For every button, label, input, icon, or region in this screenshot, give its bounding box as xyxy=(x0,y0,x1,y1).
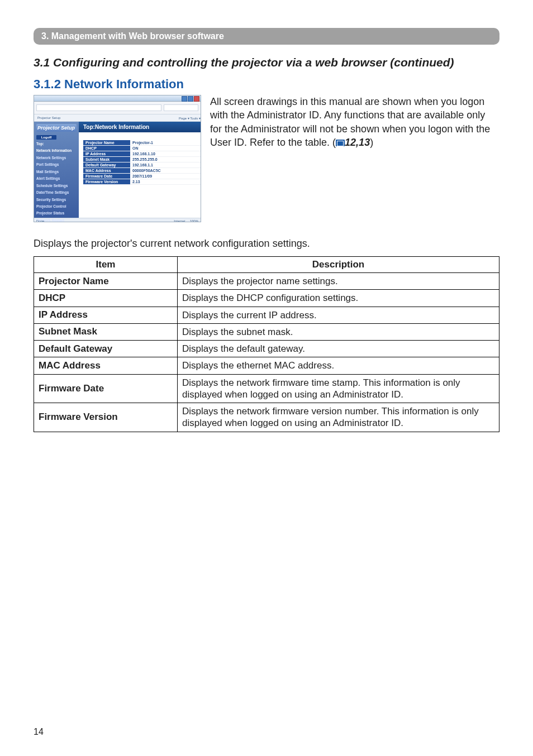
content-panel-title: Top:Network Information xyxy=(79,122,201,132)
kv-val: 2.13 xyxy=(130,179,201,185)
item-cell: MAC Address xyxy=(34,357,178,374)
kv-key: Subnet Mask xyxy=(83,157,130,162)
kv-val: ON xyxy=(130,146,201,151)
table-intro-sentence: Displays the projector's current network… xyxy=(34,238,499,250)
col-header-item: Item xyxy=(34,257,178,273)
nav-top: Top: xyxy=(36,142,77,146)
kv-val: 255.255.255.0 xyxy=(130,157,201,162)
chapter-banner: 3. Management with Web browser software xyxy=(34,28,499,45)
nav-datetime-settings: Date/Time Settings xyxy=(36,190,77,195)
nav-network-information: Network Information xyxy=(36,149,77,153)
table-row: Projector Name Displays the projector na… xyxy=(34,273,499,290)
desc-cell: Displays the network firmware version nu… xyxy=(178,403,499,432)
browser-toolbar: Projector Setup Page ▾ Tools ▾ xyxy=(34,114,201,122)
kv-key: Firmware Version xyxy=(83,179,130,185)
nav-alert-settings: Alert Settings xyxy=(36,176,77,181)
window-buttons xyxy=(182,96,199,102)
status-zoom: 100% xyxy=(190,219,198,222)
kv-val: 2007/11/09 xyxy=(130,174,201,179)
item-cell: Projector Name xyxy=(34,273,178,290)
table-row: Firmware Version Displays the network fi… xyxy=(34,403,499,432)
kv-key: DHCP xyxy=(83,146,130,151)
item-cell: IP Address xyxy=(34,307,178,323)
close-icon xyxy=(194,96,199,102)
nav-projector-control: Projector Control xyxy=(36,204,77,209)
kv-val: 00000F50AC5C xyxy=(130,168,201,174)
manual-reference-icon xyxy=(336,140,345,146)
intro-paragraph: All screen drawings in this manual are s… xyxy=(210,95,499,149)
network-info-values: Projector NameProjector-1 DHCPON IP Addr… xyxy=(83,140,201,185)
search-field xyxy=(164,104,198,111)
projector-sidebar: Projector Setup Logoff Top: Network Info… xyxy=(34,122,79,218)
embedded-screenshot: Projector Setup Page ▾ Tools ▾ Projector… xyxy=(34,95,201,222)
nav-security-settings: Security Settings xyxy=(36,198,77,202)
table-row: Firmware Date Displays the network firmw… xyxy=(34,374,499,403)
desc-cell: Displays the ethernet MAC address. xyxy=(178,357,499,374)
sidebar-title: Projector Setup xyxy=(36,124,77,132)
address-field xyxy=(36,104,161,111)
kv-key: IP Address xyxy=(83,151,130,157)
nav-projector-status: Projector Status xyxy=(36,211,77,216)
network-info-table: Item Description Projector Name Displays… xyxy=(34,256,499,432)
table-row: Default Gateway Displays the default gat… xyxy=(34,341,499,357)
kv-key: Firmware Date xyxy=(83,174,130,179)
address-bar-row xyxy=(34,102,201,114)
nav-network-settings: Network Settings xyxy=(36,156,77,160)
subsection-heading: 3.1.2 Network Information xyxy=(34,77,499,92)
col-header-description: Description xyxy=(178,257,499,273)
item-cell: Firmware Date xyxy=(34,374,178,403)
desc-cell: Displays the default gateway. xyxy=(178,341,499,357)
item-cell: Firmware Version xyxy=(34,403,178,432)
desc-cell: Displays the projector name settings. xyxy=(178,273,499,290)
table-row: DHCP Displays the DHCP configuration set… xyxy=(34,290,499,307)
kv-key: Projector Name xyxy=(83,140,130,146)
nav-port-settings: Port Settings xyxy=(36,162,77,167)
chapter-title: 3. Management with Web browser software xyxy=(41,31,224,41)
kv-val: 192.168.1.10 xyxy=(130,151,201,157)
nav-schedule-settings: Schedule Settings xyxy=(36,184,77,188)
page-number: 14 xyxy=(34,727,44,737)
window-titlebar xyxy=(34,95,201,102)
desc-cell: Displays the current IP address. xyxy=(178,307,499,323)
table-row: Subnet Mask Displays the subnet mask. xyxy=(34,323,499,340)
toolbar-tab-label: Projector Setup xyxy=(37,116,60,119)
maximize-icon xyxy=(188,96,193,102)
status-zone: Internet xyxy=(174,219,185,222)
toolbar-actions: Page ▾ Tools ▾ xyxy=(179,116,201,120)
section-heading-continued: 3.1 Configuring and controlling the proj… xyxy=(34,56,499,69)
logoff-button: Logoff xyxy=(36,135,56,140)
kv-val: Projector-1 xyxy=(130,140,201,146)
table-row: MAC Address Displays the ethernet MAC ad… xyxy=(34,357,499,374)
kv-key: MAC Address xyxy=(83,168,130,174)
table-row: IP Address Displays the current IP addre… xyxy=(34,307,499,323)
desc-cell: Displays the DHCP configuration settings… xyxy=(178,290,499,307)
item-cell: DHCP xyxy=(34,290,178,307)
desc-cell: Displays the network firmware time stamp… xyxy=(178,374,499,403)
item-cell: Default Gateway xyxy=(34,341,178,357)
item-cell: Subnet Mask xyxy=(34,323,178,340)
nav-mail-settings: Mail Settings xyxy=(36,170,77,174)
status-left: Done xyxy=(36,219,44,222)
page-reference: 12,13 xyxy=(345,137,370,148)
desc-cell: Displays the subnet mask. xyxy=(178,323,499,340)
minimize-icon xyxy=(182,96,187,102)
kv-val: 192.168.1.1 xyxy=(130,162,201,168)
kv-key: Default Gateway xyxy=(83,162,130,168)
intro-close: ) xyxy=(370,137,373,148)
